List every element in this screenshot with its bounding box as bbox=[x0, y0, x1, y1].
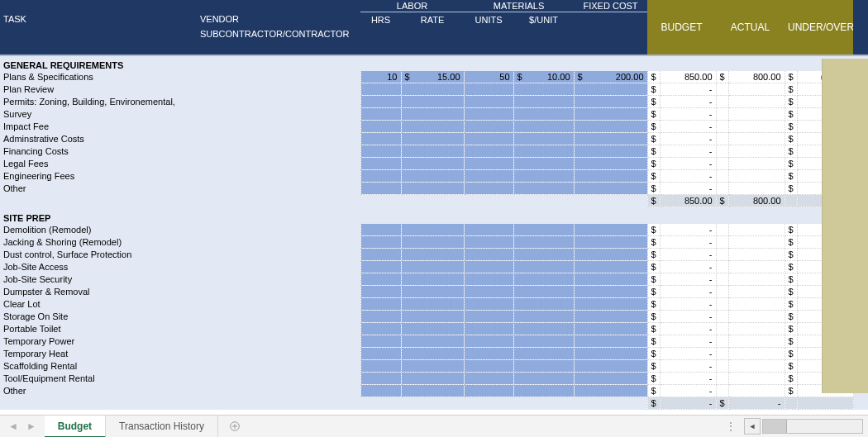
hrs-cell[interactable] bbox=[360, 224, 401, 236]
task-cell[interactable]: Storage On Site bbox=[0, 311, 197, 323]
tab-budget[interactable]: Budget bbox=[45, 416, 106, 437]
tab-next-icon[interactable]: ► bbox=[26, 420, 36, 432]
perunit-cell[interactable] bbox=[513, 286, 574, 298]
units-cell[interactable] bbox=[464, 96, 513, 108]
vendor-cell[interactable] bbox=[197, 236, 360, 249]
hrs-cell[interactable] bbox=[360, 335, 401, 348]
vendor-cell[interactable] bbox=[197, 298, 360, 311]
hrs-cell[interactable] bbox=[360, 133, 401, 145]
vendor-cell[interactable] bbox=[197, 71, 360, 83]
units-cell[interactable] bbox=[464, 311, 513, 323]
units-cell[interactable] bbox=[464, 360, 513, 373]
fixed-cell[interactable] bbox=[574, 385, 647, 397]
perunit-cell[interactable] bbox=[513, 273, 574, 286]
rate-cell[interactable] bbox=[401, 236, 464, 249]
fixed-cell[interactable] bbox=[574, 273, 647, 286]
units-cell[interactable]: 50 bbox=[464, 71, 513, 83]
task-cell[interactable]: Tool/Equipment Rental bbox=[0, 373, 197, 385]
fixed-cell[interactable] bbox=[574, 170, 647, 183]
fixed-cell[interactable] bbox=[574, 183, 647, 195]
horizontal-scrollbar[interactable]: ⋮ ◄ bbox=[721, 416, 868, 437]
units-cell[interactable] bbox=[464, 298, 513, 311]
hrs-cell[interactable] bbox=[360, 286, 401, 298]
perunit-cell[interactable] bbox=[513, 183, 574, 195]
hrs-cell[interactable] bbox=[360, 261, 401, 273]
perunit-cell[interactable] bbox=[513, 224, 574, 236]
rate-cell[interactable] bbox=[401, 311, 464, 323]
fixed-cell[interactable] bbox=[574, 96, 647, 108]
task-cell[interactable]: Impact Fee bbox=[0, 121, 197, 133]
hrs-cell[interactable] bbox=[360, 249, 401, 261]
vendor-cell[interactable] bbox=[197, 224, 360, 236]
vendor-cell[interactable] bbox=[197, 348, 360, 360]
perunit-cell[interactable] bbox=[513, 249, 574, 261]
rate-cell[interactable] bbox=[401, 170, 464, 183]
perunit-cell[interactable] bbox=[513, 121, 574, 133]
task-cell[interactable]: Other bbox=[0, 183, 197, 195]
units-cell[interactable] bbox=[464, 145, 513, 158]
vendor-cell[interactable] bbox=[197, 183, 360, 195]
rate-cell[interactable] bbox=[401, 249, 464, 261]
fixed-cell[interactable] bbox=[574, 145, 647, 158]
units-cell[interactable] bbox=[464, 158, 513, 170]
hrs-cell[interactable] bbox=[360, 385, 401, 397]
perunit-cell[interactable] bbox=[513, 170, 574, 183]
rate-cell[interactable] bbox=[401, 145, 464, 158]
perunit-cell[interactable] bbox=[513, 83, 574, 96]
task-cell[interactable]: Job-Site Security bbox=[0, 273, 197, 286]
hrs-cell[interactable] bbox=[360, 273, 401, 286]
fixed-cell[interactable]: $200.00 bbox=[574, 71, 647, 83]
rate-cell[interactable] bbox=[401, 121, 464, 133]
units-cell[interactable] bbox=[464, 108, 513, 121]
rate-cell[interactable] bbox=[401, 108, 464, 121]
tab-prev-icon[interactable]: ◄ bbox=[8, 420, 18, 432]
task-cell[interactable]: Other bbox=[0, 385, 197, 397]
units-cell[interactable] bbox=[464, 286, 513, 298]
fixed-cell[interactable] bbox=[574, 236, 647, 249]
task-cell[interactable]: Dumpster & Removal bbox=[0, 286, 197, 298]
vendor-cell[interactable] bbox=[197, 385, 360, 397]
rate-cell[interactable] bbox=[401, 273, 464, 286]
task-cell[interactable]: Engineering Fees bbox=[0, 170, 197, 183]
vendor-cell[interactable] bbox=[197, 108, 360, 121]
units-cell[interactable] bbox=[464, 183, 513, 195]
tab-split-handle[interactable]: ⋮ bbox=[721, 420, 742, 432]
vendor-cell[interactable] bbox=[197, 261, 360, 273]
vendor-cell[interactable] bbox=[197, 273, 360, 286]
fixed-cell[interactable] bbox=[574, 108, 647, 121]
hrs-cell[interactable] bbox=[360, 96, 401, 108]
vendor-cell[interactable] bbox=[197, 96, 360, 108]
perunit-cell[interactable] bbox=[513, 373, 574, 385]
perunit-cell[interactable] bbox=[513, 298, 574, 311]
vendor-cell[interactable] bbox=[197, 133, 360, 145]
units-cell[interactable] bbox=[464, 121, 513, 133]
rate-cell[interactable] bbox=[401, 373, 464, 385]
rate-cell[interactable] bbox=[401, 360, 464, 373]
vendor-cell[interactable] bbox=[197, 323, 360, 335]
vendor-cell[interactable] bbox=[197, 311, 360, 323]
rate-cell[interactable] bbox=[401, 335, 464, 348]
hrs-cell[interactable] bbox=[360, 360, 401, 373]
rate-cell[interactable]: $15.00 bbox=[401, 71, 464, 83]
rate-cell[interactable] bbox=[401, 224, 464, 236]
rate-cell[interactable] bbox=[401, 133, 464, 145]
units-cell[interactable] bbox=[464, 335, 513, 348]
fixed-cell[interactable] bbox=[574, 261, 647, 273]
units-cell[interactable] bbox=[464, 170, 513, 183]
vendor-cell[interactable] bbox=[197, 170, 360, 183]
vendor-cell[interactable] bbox=[197, 373, 360, 385]
hrs-cell[interactable] bbox=[360, 170, 401, 183]
perunit-cell[interactable]: $10.00 bbox=[513, 71, 574, 83]
fixed-cell[interactable] bbox=[574, 286, 647, 298]
units-cell[interactable] bbox=[464, 385, 513, 397]
rate-cell[interactable] bbox=[401, 286, 464, 298]
task-cell[interactable]: Dust control, Surface Protection bbox=[0, 249, 197, 261]
units-cell[interactable] bbox=[464, 261, 513, 273]
units-cell[interactable] bbox=[464, 133, 513, 145]
units-cell[interactable] bbox=[464, 249, 513, 261]
scroll-track[interactable] bbox=[762, 419, 863, 434]
task-cell[interactable]: Scaffolding Rental bbox=[0, 360, 197, 373]
perunit-cell[interactable] bbox=[513, 335, 574, 348]
units-cell[interactable] bbox=[464, 224, 513, 236]
task-cell[interactable]: Temporary Power bbox=[0, 335, 197, 348]
